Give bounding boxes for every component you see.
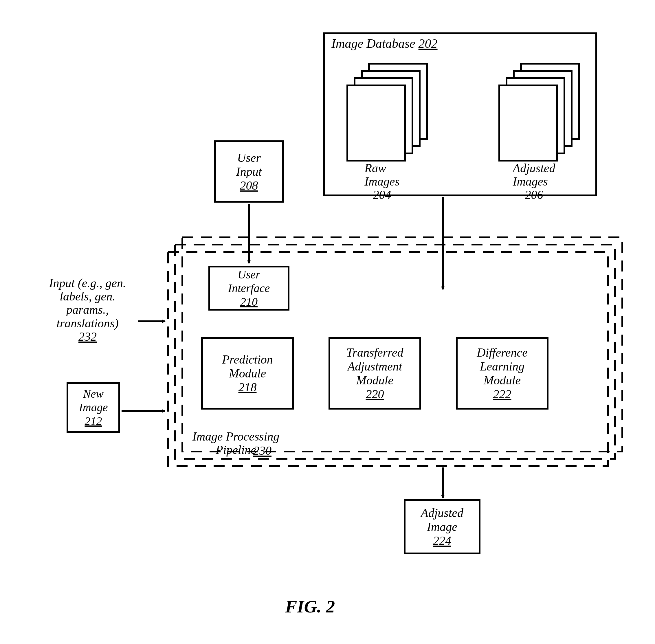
user-input-num: 208	[240, 179, 258, 192]
prediction-module-label: Prediction Module	[222, 352, 273, 380]
adjusted-images-label: Adjusted Images	[513, 161, 556, 188]
adjusted-image-num: 224	[433, 534, 451, 548]
user-input-label: User Input	[236, 151, 262, 179]
image-database-label: Image Database	[331, 37, 415, 51]
figure-caption: FIG. 2	[285, 596, 335, 617]
user-input-box: User Input 208	[214, 140, 284, 203]
new-image-num: 212	[85, 414, 102, 428]
side-input-num: 232	[78, 330, 97, 343]
prediction-module-num: 218	[238, 380, 257, 394]
user-interface-label: User Interface	[228, 268, 270, 295]
adjusted-images-num: 206	[525, 188, 543, 202]
difference-learning-module-label: Difference Learning Module	[477, 346, 528, 387]
image-database-title: Image Database 202	[331, 36, 438, 51]
adjusted-images-caption: Adjusted Images 206	[502, 161, 566, 202]
raw-images-caption: Raw Images 204	[350, 161, 414, 202]
adjusted-image-label: Adjusted Image	[421, 506, 463, 534]
user-interface-num: 210	[240, 295, 258, 308]
raw-images-label: Raw Images	[365, 161, 399, 188]
adjusted-image-box: Adjusted Image 224	[404, 499, 481, 554]
pipeline-num: 230	[253, 444, 272, 457]
side-input-label: Input (e.g., gen. labels, gen. params., …	[49, 276, 126, 330]
new-image-box: New Image 212	[67, 382, 120, 433]
side-input-caption: Input (e.g., gen. labels, gen. params., …	[38, 276, 138, 343]
svg-rect-8	[499, 85, 557, 161]
pipeline-second-line: 230	[208, 444, 272, 458]
transferred-adjustment-module-label: Transferred Adjustment Module	[347, 346, 403, 387]
image-database-num: 202	[419, 37, 438, 51]
user-interface-box: User Interface 210	[208, 266, 289, 310]
difference-learning-module-num: 222	[493, 387, 511, 401]
svg-rect-4	[347, 85, 405, 161]
difference-learning-module-box: Difference Learning Module 222	[456, 337, 548, 410]
transferred-adjustment-module-num: 220	[366, 387, 384, 401]
transferred-adjustment-module-box: Transferred Adjustment Module 220	[328, 337, 421, 410]
prediction-module-box: Prediction Module 218	[201, 337, 294, 410]
new-image-label: New Image	[79, 387, 108, 414]
raw-images-num: 204	[373, 188, 391, 202]
